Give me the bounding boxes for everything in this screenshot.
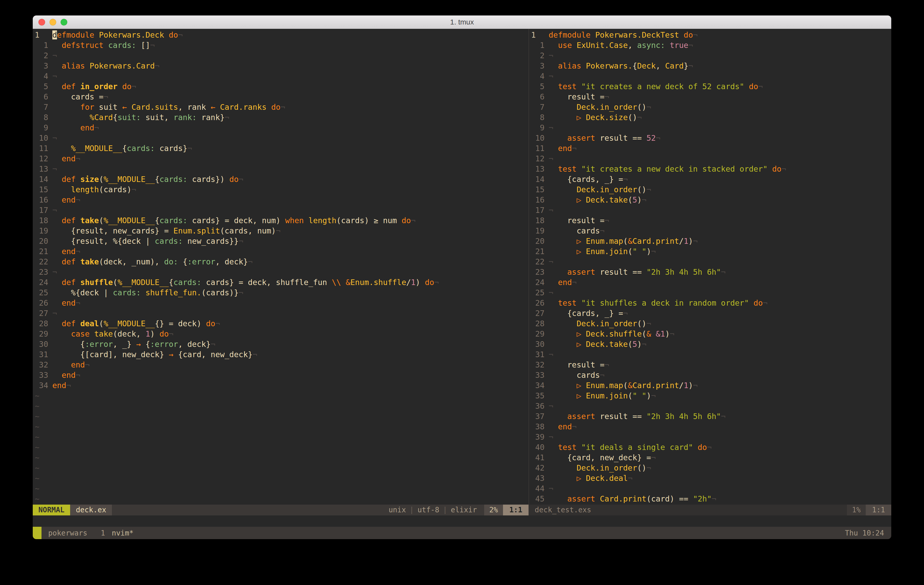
code-line[interactable]: 31¬ — [529, 349, 891, 360]
tmux-window-name[interactable]: nvim* — [112, 529, 134, 537]
zoom-button[interactable] — [61, 19, 67, 26]
code-line[interactable]: 44¬ — [529, 483, 891, 494]
code-line[interactable]: 6 cards =¬ — [33, 92, 528, 102]
code-line[interactable]: 24 end¬ — [529, 277, 891, 288]
code-line[interactable]: 25¬ — [529, 288, 891, 298]
code-line[interactable]: 5 test "it creates a new deck of 52 card… — [529, 81, 891, 92]
code-line[interactable]: 7 Deck.in_order()¬ — [529, 102, 891, 112]
code-line[interactable]: 16 ▷ Deck.take(5)¬ — [529, 195, 891, 205]
minimize-button[interactable] — [50, 19, 56, 26]
line-number: 27 — [529, 308, 549, 318]
code-line[interactable]: 18 def take(%__MODULE__{cards: cards} = … — [33, 216, 528, 226]
close-button[interactable] — [38, 19, 45, 26]
terminal-content: 1defmodule Pokerwars.Deck do¬1 defstruct… — [33, 29, 891, 539]
code-line[interactable]: 21 ▷ Enum.join(" ")¬ — [529, 246, 891, 257]
code-line[interactable]: 5 def in_order do¬ — [33, 81, 528, 92]
code-line[interactable]: 8 %Card{suit: suit, rank: rank}¬ — [33, 112, 528, 123]
code-line[interactable]: 1defmodule Pokerwars.Deck do¬ — [33, 30, 528, 40]
code-line[interactable]: 40 test "it deals a single card" do¬ — [529, 442, 891, 453]
code-line[interactable]: 33 end¬ — [33, 370, 528, 381]
code-line[interactable]: 27 {cards, _} =¬ — [529, 308, 891, 318]
code-line[interactable]: 2¬ — [529, 51, 891, 61]
code-line[interactable]: 25 %{deck | cards: shuffle_fun.(cards)}¬ — [33, 288, 528, 298]
code-line[interactable]: 22 def take(deck, _num), do: {:error, de… — [33, 257, 528, 267]
code-line[interactable]: 34 ▷ Enum.map(&Card.print/1)¬ — [529, 381, 891, 391]
code-line[interactable]: 43 ▷ Deck.deal¬ — [529, 473, 891, 483]
code-line[interactable]: 32 result =¬ — [529, 360, 891, 370]
code-line[interactable]: 9¬ — [529, 123, 891, 133]
code-line[interactable]: 29 case take(deck, 1) do¬ — [33, 329, 528, 339]
code-line[interactable]: 19 cards¬ — [529, 226, 891, 236]
code-line[interactable]: 1 defstruct cards: []¬ — [33, 40, 528, 51]
code-line[interactable]: 14 def size(%__MODULE__{cards: cards}) d… — [33, 174, 528, 185]
code-line[interactable]: 10 assert result == 52¬ — [529, 133, 891, 143]
code-line[interactable]: 15 Deck.in_order()¬ — [529, 185, 891, 195]
code-line[interactable]: 26 end¬ — [33, 298, 528, 308]
code-line[interactable]: 28 Deck.in_order()¬ — [529, 318, 891, 329]
code-line[interactable]: 36¬ — [529, 401, 891, 411]
code-line[interactable]: 20 {result, %{deck | cards: new_cards}}¬ — [33, 236, 528, 246]
code-line[interactable]: 13 test "it creates a new deck in stacke… — [529, 164, 891, 174]
code-line[interactable]: 10¬ — [33, 133, 528, 143]
empty-line-tilde: ~ — [33, 483, 528, 494]
code-line[interactable]: 7 for suit ← Card.suits, rank ← Card.ran… — [33, 102, 528, 112]
code-line[interactable]: 11 %__MODULE__{cards: cards}¬ — [33, 143, 528, 153]
code-line[interactable]: 9 end¬ — [33, 123, 528, 133]
code-line[interactable]: 41 {card, new_deck} =¬ — [529, 453, 891, 463]
tmux-window-index[interactable]: 1 — [101, 529, 105, 537]
code-line[interactable]: 18 result =¬ — [529, 216, 891, 226]
code-line[interactable]: 37 assert result == "2h 3h 4h 5h 6h"¬ — [529, 411, 891, 422]
code-line[interactable]: 12 end¬ — [33, 153, 528, 164]
code-line[interactable]: 42 Deck.in_order()¬ — [529, 463, 891, 473]
code-line[interactable]: 26 test "it shuffles a deck in random or… — [529, 298, 891, 308]
code-buffer-deck-test[interactable]: 1defmodule Pokerwars.DeckTest do¬1 use E… — [529, 29, 891, 504]
eol-marker: ¬ — [178, 30, 183, 40]
eol-marker: ¬ — [605, 92, 609, 101]
code-line[interactable]: 31 {[card], new_deck} → {card, new_deck}… — [33, 349, 528, 360]
code-line[interactable]: 32 end¬ — [33, 360, 528, 370]
code-line[interactable]: 13¬ — [33, 164, 528, 174]
title-bar[interactable]: 1. tmux — [33, 15, 891, 29]
code-line[interactable]: 27¬ — [33, 308, 528, 318]
code-line[interactable]: 4¬ — [33, 71, 528, 81]
code-line[interactable]: 17¬ — [33, 205, 528, 216]
code-line[interactable]: 20 ▷ Enum.map(&Card.print/1)¬ — [529, 236, 891, 246]
line-number: 35 — [529, 391, 549, 401]
code-line[interactable]: 38 end¬ — [529, 422, 891, 432]
code-line[interactable]: 23 assert result == "2h 3h 4h 5h 6h"¬ — [529, 267, 891, 277]
code-line[interactable]: 2¬ — [33, 51, 528, 61]
code-line[interactable]: 17¬ — [529, 205, 891, 216]
code-line[interactable]: 39¬ — [529, 432, 891, 442]
code-line[interactable]: 28 def deal(%__MODULE__{} = deck) do¬ — [33, 318, 528, 329]
code-line[interactable]: 3 alias Pokerwars.Card¬ — [33, 61, 528, 71]
code-line[interactable]: 4¬ — [529, 71, 891, 81]
code-line[interactable]: 15 length(cards)¬ — [33, 185, 528, 195]
editor-pane-deck-test[interactable]: 1defmodule Pokerwars.DeckTest do¬1 use E… — [528, 29, 891, 516]
code-line[interactable]: 12¬ — [529, 153, 891, 164]
code-line[interactable]: 16 end¬ — [33, 195, 528, 205]
code-line[interactable]: 8 ▷ Deck.size()¬ — [529, 112, 891, 123]
code-line[interactable]: 30 {:error, _} → {:error, deck}¬ — [33, 339, 528, 349]
code-line[interactable]: 30 ▷ Deck.take(5)¬ — [529, 339, 891, 349]
code-line[interactable]: 14 {cards, _} =¬ — [529, 174, 891, 185]
code-line[interactable]: 1 use ExUnit.Case, async: true¬ — [529, 40, 891, 51]
code-line[interactable]: 23¬ — [33, 267, 528, 277]
code-line[interactable]: 11 end¬ — [529, 143, 891, 153]
code-buffer-deck[interactable]: 1defmodule Pokerwars.Deck do¬1 defstruct… — [33, 29, 528, 504]
code-line[interactable]: 22¬ — [529, 257, 891, 267]
code-line[interactable]: 35 ▷ Enum.join(" ")¬ — [529, 391, 891, 401]
code-line[interactable]: 45 assert Card.print(card) == "2h"¬ — [529, 494, 891, 504]
code-line[interactable]: 24 def shuffle(%__MODULE__{cards: cards}… — [33, 277, 528, 288]
code-line[interactable]: 19 {result, new_cards} = Enum.split(card… — [33, 226, 528, 236]
code-line[interactable]: 3 alias Pokerwars.{Deck, Card}¬ — [529, 61, 891, 71]
code-line[interactable]: 29 ▷ Deck.shuffle(& &1)¬ — [529, 329, 891, 339]
editor-pane-deck[interactable]: 1defmodule Pokerwars.Deck do¬1 defstruct… — [33, 29, 528, 516]
code-line[interactable]: 33 cards¬ — [529, 370, 891, 381]
eol-marker: ¬ — [155, 61, 159, 70]
code-line[interactable]: 34end¬ — [33, 381, 528, 391]
code-line[interactable]: 1defmodule Pokerwars.DeckTest do¬ — [529, 30, 891, 40]
code-line[interactable]: 21 end¬ — [33, 246, 528, 257]
eol-marker: ¬ — [572, 278, 576, 287]
code-line[interactable]: 6 result =¬ — [529, 92, 891, 102]
command-line[interactable] — [33, 516, 891, 527]
